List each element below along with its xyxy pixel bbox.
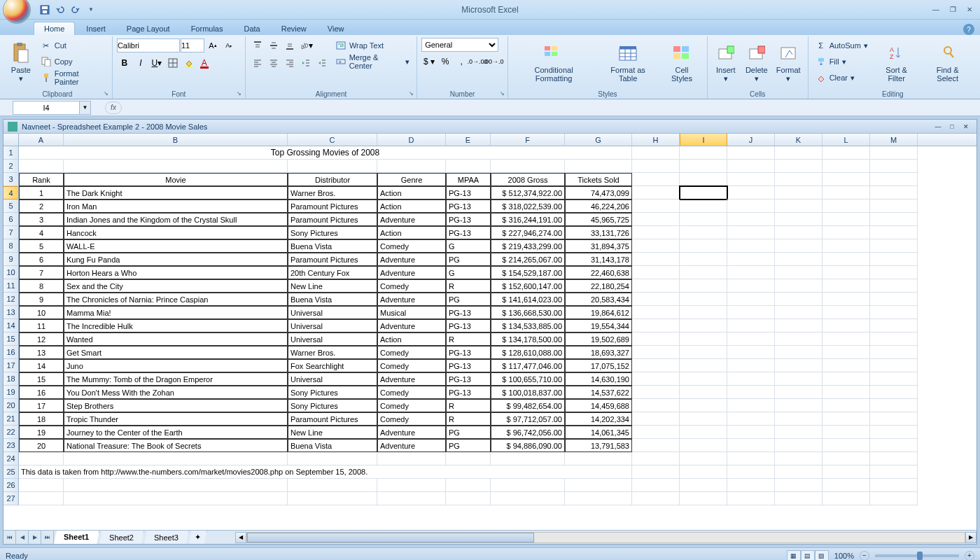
redo-icon[interactable]	[69, 3, 83, 17]
cell[interactable]: PG-13	[446, 319, 491, 332]
restore-button[interactable]: ❐	[945, 4, 960, 15]
cell[interactable]: Adventure	[377, 253, 446, 266]
zoom-in-button[interactable]: +	[965, 551, 974, 561]
font-color-button[interactable]: A	[197, 55, 213, 71]
cell[interactable]: R	[446, 412, 491, 426]
cell[interactable]: $ 100,018,837.00	[491, 386, 565, 399]
clipboard-dialog-launcher[interactable]: ↘	[102, 89, 111, 97]
fill-color-button[interactable]	[181, 55, 197, 71]
cell[interactable]: PG-13	[446, 346, 491, 359]
align-right-button[interactable]	[282, 55, 298, 71]
cell[interactable]: PG-13	[446, 213, 491, 226]
cut-button[interactable]: ✂Cut	[38, 38, 108, 53]
cell[interactable]	[565, 492, 632, 505]
cell[interactable]	[632, 293, 680, 306]
cell[interactable]: Juno	[64, 359, 288, 372]
cell[interactable]	[727, 213, 775, 226]
border-button[interactable]	[165, 55, 181, 71]
workbook-minimize-button[interactable]: —	[932, 122, 944, 132]
cell[interactable]	[822, 319, 870, 332]
tab-formulas[interactable]: Formulas	[181, 22, 233, 35]
cell[interactable]	[288, 492, 377, 505]
cell[interactable]: Universal	[288, 372, 377, 386]
col-header-I[interactable]: I	[680, 134, 727, 146]
cell[interactable]	[680, 479, 727, 492]
fx-button[interactable]: fx	[105, 102, 122, 114]
horizontal-scrollbar[interactable]: ◀ ▶	[235, 531, 976, 544]
accounting-format-button[interactable]: $ ▾	[421, 54, 437, 69]
align-left-button[interactable]	[250, 55, 265, 71]
format-as-table-button[interactable]: Format as Table	[598, 38, 658, 87]
row-header[interactable]: 20	[4, 399, 19, 412]
cell[interactable]: Adventure	[377, 266, 446, 279]
cell[interactable]: Get Smart	[64, 346, 288, 359]
cell[interactable]: Action	[377, 226, 446, 239]
clear-button[interactable]: Clear ▾	[813, 70, 871, 85]
wrap-text-button[interactable]: Wrap Text	[332, 38, 412, 53]
align-center-button[interactable]	[266, 55, 281, 71]
cell[interactable]	[775, 332, 822, 346]
cell[interactable]	[822, 412, 870, 426]
cell[interactable]	[680, 160, 727, 173]
orientation-button[interactable]: ab▾	[298, 38, 314, 53]
cell[interactable]	[775, 412, 822, 426]
tab-data[interactable]: Data	[234, 22, 270, 35]
row-header[interactable]: 4	[4, 186, 19, 200]
tab-home[interactable]: Home	[34, 22, 75, 35]
cell[interactable]	[632, 213, 680, 226]
format-cells-button[interactable]: Format▾	[774, 38, 804, 87]
sheet-tab-1[interactable]: Sheet1	[54, 531, 99, 544]
cell[interactable]	[822, 452, 870, 465]
qat-dropdown-icon[interactable]: ▼	[84, 3, 98, 17]
cell[interactable]	[870, 146, 918, 160]
cell[interactable]	[632, 372, 680, 386]
cell[interactable]: Sony Pictures	[288, 226, 377, 239]
col-header-M[interactable]: M	[870, 134, 918, 146]
cell-styles-button[interactable]: Cell Styles	[661, 38, 703, 87]
tab-insert[interactable]: Insert	[76, 22, 115, 35]
cell[interactable]	[775, 266, 822, 279]
cell[interactable]: Step Brothers	[64, 399, 288, 412]
cell[interactable]: 19,502,689	[565, 332, 632, 346]
cell[interactable]	[680, 465, 727, 479]
cell[interactable]	[775, 173, 822, 186]
cell[interactable]	[775, 319, 822, 332]
cell[interactable]	[632, 479, 680, 492]
cell[interactable]: Tickets Sold	[565, 173, 632, 186]
cell[interactable]	[822, 359, 870, 372]
cell[interactable]	[632, 226, 680, 239]
cell[interactable]	[565, 160, 632, 173]
cell[interactable]: Adventure	[377, 439, 446, 452]
cell[interactable]	[870, 492, 918, 505]
cell[interactable]	[377, 452, 446, 465]
cell[interactable]: Mamma Mia!	[64, 306, 288, 319]
cell[interactable]	[822, 146, 870, 160]
row-header[interactable]: 6	[4, 213, 19, 226]
cell[interactable]	[870, 239, 918, 253]
cell[interactable]	[775, 213, 822, 226]
italic-button[interactable]: I	[133, 55, 148, 71]
col-header-B[interactable]: B	[64, 134, 288, 146]
cell[interactable]	[632, 173, 680, 186]
cell[interactable]	[377, 479, 446, 492]
cell[interactable]	[870, 319, 918, 332]
cell[interactable]	[19, 479, 64, 492]
col-header-K[interactable]: K	[775, 134, 822, 146]
cell[interactable]: Universal	[288, 332, 377, 346]
help-icon[interactable]: ?	[963, 24, 974, 35]
paste-button[interactable]: Paste▾	[7, 38, 35, 87]
cell[interactable]	[632, 266, 680, 279]
cell[interactable]: Hancock	[64, 226, 288, 239]
decrease-indent-button[interactable]	[298, 55, 314, 71]
col-header-G[interactable]: G	[565, 134, 632, 146]
cell[interactable]	[377, 492, 446, 505]
cell[interactable]	[822, 492, 870, 505]
cell[interactable]	[775, 200, 822, 213]
hscroll-left[interactable]: ◀	[235, 532, 246, 543]
cell[interactable]: Comedy	[377, 386, 446, 399]
cell[interactable]: $ 219,433,299.00	[491, 239, 565, 253]
cell[interactable]	[870, 253, 918, 266]
cell[interactable]	[727, 186, 775, 200]
cell[interactable]: 2	[19, 200, 64, 213]
cell[interactable]	[632, 200, 680, 213]
